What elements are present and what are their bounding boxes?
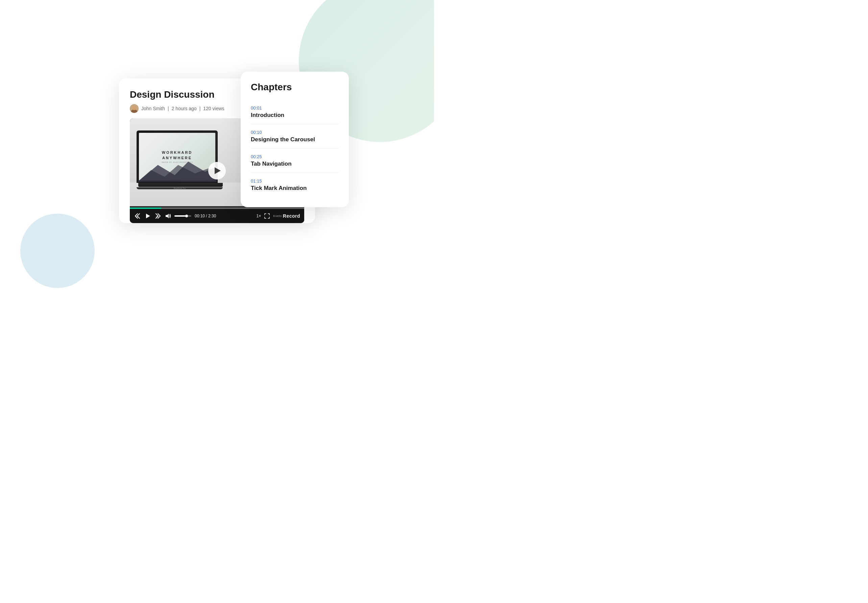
play-button[interactable] <box>208 162 226 179</box>
laptop-screen: WORKHARD ANYWHERE IMAGE BY ALEX RODRIGUE… <box>137 130 218 183</box>
laptop-screen-content: WORKHARD ANYWHERE IMAGE BY ALEX RODRIGUE… <box>139 133 215 181</box>
svg-marker-5 <box>165 213 169 218</box>
rewind-icon: 10 <box>134 213 141 219</box>
chapter-name-1: Introduction <box>251 112 339 119</box>
svg-text:10: 10 <box>136 216 138 218</box>
chapter-time-2: 00:10 <box>251 130 339 135</box>
speed-badge[interactable]: 1× <box>256 213 261 218</box>
bg-circle-bottom-left <box>20 213 95 288</box>
play-pause-icon <box>145 213 151 219</box>
meta-separator-1: | <box>168 106 169 111</box>
volume-thumb <box>185 215 188 217</box>
chapters-title: Chapters <box>251 82 339 93</box>
play-pause-button[interactable] <box>145 213 151 219</box>
svg-marker-1 <box>137 165 217 182</box>
record-label: Record <box>283 213 300 219</box>
avatar <box>130 104 139 113</box>
laptop-base: MacBook Pro <box>137 187 223 189</box>
chapter-name-2: Designing the Carousel <box>251 136 339 143</box>
mountain-svg <box>137 158 217 182</box>
svg-text:10: 10 <box>156 216 158 218</box>
chapter-item-1[interactable]: 00:01 Introduction <box>251 100 339 124</box>
volume-bar[interactable] <box>175 215 191 216</box>
view-count: 120 views <box>203 106 224 111</box>
volume-track <box>175 215 191 216</box>
forward-icon: 10 <box>154 213 162 219</box>
fullscreen-icon <box>264 213 270 219</box>
chapter-time-3: 00:25 <box>251 154 339 159</box>
chapter-item-4[interactable]: 01:15 Tick Mark Animation <box>251 173 339 197</box>
main-container: Design Discussion John Smith | 2 hours a… <box>119 79 315 223</box>
volume-icon <box>165 213 171 219</box>
time-display: 00:10 / 2:30 <box>195 213 253 218</box>
chapter-name-3: Tab Navigation <box>251 161 339 167</box>
controls-bar: 10 10 <box>130 209 304 223</box>
chapters-panel: Chapters 00:01 Introduction 00:10 Design… <box>241 72 349 207</box>
rewind-button[interactable]: 10 <box>134 213 141 219</box>
volume-fill <box>175 215 185 216</box>
author-name: John Smith <box>141 106 165 111</box>
record-badge[interactable]: Kveto Record <box>273 213 300 219</box>
volume-button[interactable] <box>165 213 171 219</box>
chapter-item-3[interactable]: 00:25 Tab Navigation <box>251 149 339 173</box>
forward-button[interactable]: 10 <box>154 213 162 219</box>
laptop-keyboard <box>138 183 223 187</box>
laptop-brand: MacBook Pro <box>173 187 185 189</box>
chapter-item-2[interactable]: 00:10 Designing the Carousel <box>251 124 339 149</box>
screen-workhard: WORKHARD <box>162 150 193 155</box>
chapter-time-4: 01:15 <box>251 178 339 184</box>
meta-separator-2: | <box>199 106 201 111</box>
chapter-time-1: 00:01 <box>251 105 339 111</box>
avatar-face <box>130 104 139 113</box>
chapter-name-4: Tick Mark Animation <box>251 185 339 192</box>
play-icon <box>215 167 221 174</box>
time-ago: 2 hours ago <box>172 106 197 111</box>
svg-marker-3 <box>146 213 150 218</box>
laptop: WORKHARD ANYWHERE IMAGE BY ALEX RODRIGUE… <box>137 130 224 189</box>
brand-label: Kveto <box>273 214 282 218</box>
fullscreen-button[interactable] <box>264 213 270 219</box>
